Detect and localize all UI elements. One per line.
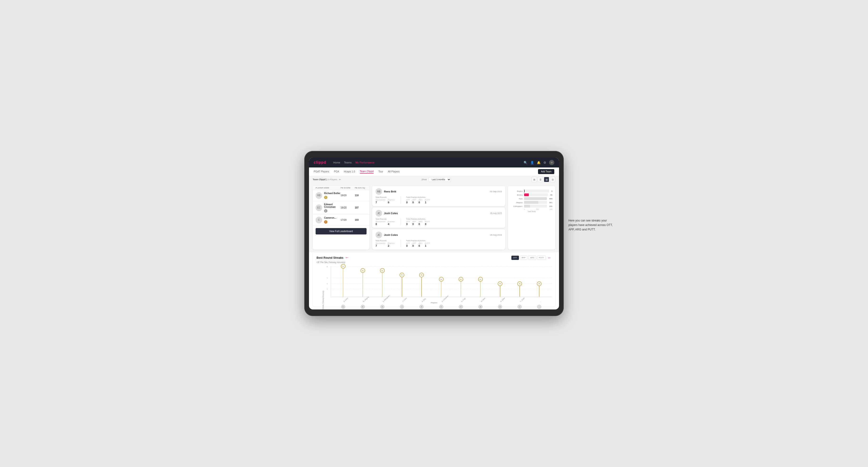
filter-arg[interactable]: ARG (528, 256, 536, 260)
pb-avg: 103 (355, 219, 367, 221)
streak-player-label: R. Butler (500, 297, 505, 302)
streak-player-label: J. Coles (402, 297, 407, 302)
arg-label: ARG (418, 242, 423, 244)
streak-player-avatar: D (380, 305, 384, 309)
filter-app[interactable]: APP (520, 256, 527, 260)
table-header: PLAYER NAME PB SCORE PB AVG SQ (313, 186, 369, 190)
add-team-button[interactable]: Add Team (538, 169, 554, 174)
arg-val: 0 (418, 244, 423, 247)
streak-line (382, 271, 382, 297)
streak-player-avatar: . (537, 305, 541, 309)
activities-label: Total Practice Activities (406, 240, 430, 242)
subnav-hcaps[interactable]: Hcaps 1-5 (344, 170, 355, 173)
streak-player-label: E. Crossman (441, 295, 449, 302)
chart-x-labels: 0 200 400 (511, 209, 552, 210)
bar-val-birdies: 96 (550, 194, 552, 196)
arg-val: 0 (418, 223, 423, 225)
view-card-icon[interactable]: ▤ (544, 177, 549, 182)
bar-row-eagles: Eagles 3 (511, 190, 552, 192)
player-name: Richard Butler (324, 192, 340, 195)
streak-line (461, 279, 461, 297)
player-card: JC Josh Coles 26 Aug 2023 Total Rounds T… (372, 208, 505, 228)
ott-val: 0 (406, 201, 410, 204)
player-card: JC Josh Coles 26 Aug 2023 Total Rounds T… (372, 229, 505, 250)
card-stats: Total Rounds Tournament7 Practice6 Total… (375, 196, 502, 204)
streak-player-label: R. Britt (422, 298, 426, 302)
bar-track (524, 190, 549, 192)
bell-icon[interactable]: 🔔 (537, 161, 540, 164)
view-grid-icon[interactable]: ⊞ (532, 177, 537, 182)
bar-val-dbogeys: 131 (549, 205, 552, 207)
search-icon[interactable]: 🔍 (524, 161, 527, 164)
subnav-tour[interactable]: Tour (378, 170, 383, 173)
streak-player-label: D. Billingham (382, 295, 390, 302)
stat-divider (400, 240, 401, 247)
subnav-right: Add Team (538, 169, 554, 174)
person-icon[interactable]: 👤 (530, 161, 534, 164)
nav-my-performance[interactable]: My Performance (355, 161, 375, 164)
ott-filters: OTT APP ARG PUTT ← (512, 256, 552, 260)
view-full-leaderboard-button[interactable]: View Full Leaderboard (316, 228, 367, 235)
card-top: JC Josh Coles 26 Aug 2023 (375, 231, 502, 238)
card-avatar: JC (375, 210, 382, 217)
x-label-400: 400 (550, 209, 552, 210)
putt-val: 0 (425, 223, 430, 225)
putt-label: PUTT (425, 220, 430, 223)
streak-bubble: 4x (439, 277, 444, 282)
streak-player-avatar: B (361, 305, 365, 309)
table-row[interactable]: EC Edward Crossman 2 18/20 107 (313, 201, 369, 215)
edit-icon[interactable]: ✏ (339, 178, 341, 181)
table-row[interactable]: RB Richard Butler 1 19/20 110 (313, 190, 369, 201)
subnav-pgat[interactable]: PGAT Players (314, 170, 329, 173)
card-stats: Total Rounds Tournament8 Practice4 Total… (375, 218, 502, 225)
subnav-pga[interactable]: PGA (334, 170, 339, 173)
tournament-val: 8 (375, 223, 385, 225)
streak-col: 4xE. CrossmanE (431, 266, 451, 297)
arrow-right-indicator: ← (548, 256, 552, 260)
rounds-label: Total Rounds (375, 218, 395, 220)
card-date: 02 Sep 2023 (490, 190, 502, 193)
annotation-text: Here you can see streaks your players ha… (568, 218, 616, 232)
rank-badge: 1 (324, 196, 328, 199)
streak-player-label: M. Miller (480, 297, 486, 302)
arg-label: ARG (418, 199, 423, 201)
pb-score: 17/20 (341, 219, 355, 221)
filter-bar: Team Clippd | 14 Players ✏ Show Last 3 m… (309, 176, 559, 183)
streak-bubble: 4x (459, 277, 463, 282)
filter-putt[interactable]: PUTT (537, 256, 546, 260)
team-title: Team Clippd | 14 Players (313, 178, 337, 181)
player-info: EC Edward Crossman 2 (316, 203, 341, 213)
practice-label: Practice (388, 220, 395, 223)
subnav-team-clippd[interactable]: Team Clippd (360, 170, 374, 174)
streak-bubble: 6x (361, 268, 365, 273)
view-list-icon[interactable]: ☰ (538, 177, 543, 182)
nav-icons: 🔍 👤 🔔 ⚙ U (524, 160, 554, 165)
streak-col: 3xC. QuickC (510, 266, 530, 297)
settings-icon[interactable]: ⚙ (544, 161, 546, 164)
streak-bubble: 6x (380, 268, 385, 273)
subnav-all-players[interactable]: All Players (388, 170, 400, 173)
streak-player-avatar: E (439, 305, 443, 309)
chart-grid: 7 6 5 4 3 7xE. EwertE6xB. McHergB6xD. Bi… (331, 266, 552, 297)
player-info: RB Richard Butler 1 (316, 192, 341, 199)
avatar[interactable]: U (549, 160, 554, 165)
bar-label-eagles: Eagles (511, 190, 523, 192)
streak-bubble: 3x (517, 281, 522, 286)
best-round-streaks-section: Best Round Streaks ← OTT APP ARG PUTT ← … (313, 252, 555, 307)
player-avatar: RB (316, 192, 322, 199)
table-row[interactable]: C Cameron... 3 17/20 103 (313, 215, 369, 226)
section-header: Best Round Streaks ← OTT APP ARG PUTT ← (316, 255, 552, 260)
stat-divider (400, 196, 401, 204)
leaderboard-panel: PLAYER NAME PB SCORE PB AVG SQ RB Richar… (313, 186, 369, 250)
filter-ott[interactable]: OTT (512, 256, 519, 260)
nav-home[interactable]: Home (333, 161, 340, 164)
bar-val-eagles: 3 (552, 190, 552, 192)
nav-teams[interactable]: Teams (344, 161, 351, 164)
arg-val: 0 (418, 201, 423, 204)
streak-player-avatar: R (420, 305, 424, 309)
x-label-200: 200 (536, 209, 539, 210)
player-count: 14 Players (327, 178, 337, 181)
activities-group: Total Practice Activities OTT0 APP0 ARG0… (406, 218, 430, 225)
period-select[interactable]: Last 3 months (429, 177, 451, 182)
view-table-icon[interactable]: ⊟ (550, 177, 555, 182)
